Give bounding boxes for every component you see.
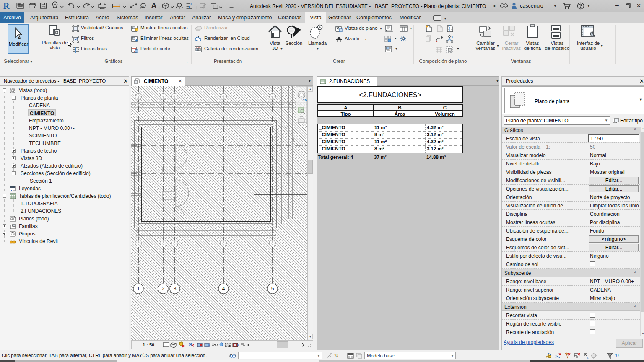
svg-text:2D: 2D xyxy=(303,98,307,102)
svg-text:5: 5 xyxy=(271,286,274,292)
svg-text:?: ? xyxy=(451,36,453,39)
svg-text:1: 1 xyxy=(137,286,140,292)
svg-text:9: 9 xyxy=(208,343,210,347)
svg-text:3: 3 xyxy=(174,286,177,292)
svg-text:2: 2 xyxy=(162,286,165,292)
svg-text:R: R xyxy=(3,2,10,10)
svg-text:A: A xyxy=(151,2,157,10)
svg-text:4: 4 xyxy=(222,286,225,292)
svg-text:9: 9 xyxy=(237,344,239,347)
svg-text:1: 1 xyxy=(142,3,144,7)
